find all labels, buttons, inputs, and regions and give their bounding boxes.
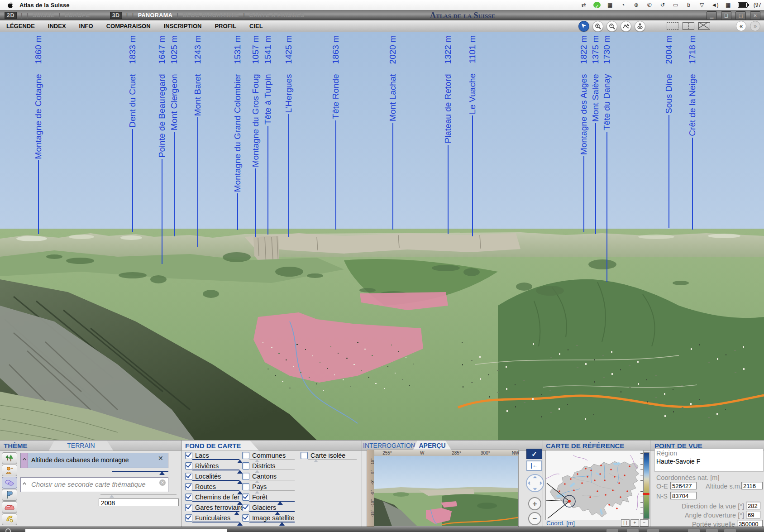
panorama-preview[interactable]: 255°W285°300°NW 10°5°-0°-5°-10°-15°: [367, 450, 519, 527]
slider-thumb[interactable]: [237, 460, 243, 463]
sync-icon[interactable]: ⇄: [580, 0, 587, 10]
menu-item-légende[interactable]: LÉGENDE: [6, 23, 35, 29]
minimize-button[interactable]: ▁: [707, 11, 717, 20]
checkbox[interactable]: [185, 514, 192, 522]
basemap-option-lacs[interactable]: Lacs: [185, 452, 209, 459]
slider-thumb[interactable]: [237, 480, 243, 484]
theme-opacity-slider[interactable]: [112, 471, 168, 475]
checkbox[interactable]: [242, 504, 249, 511]
nav-item-3d[interactable]: 3D: [110, 12, 122, 19]
menu-item-comparaison[interactable]: COMPARAISON: [106, 23, 151, 29]
dashed-frame-icon[interactable]: [667, 22, 678, 30]
menu-item-inscription[interactable]: INSCRIPTION: [164, 23, 202, 29]
checkbox[interactable]: [185, 504, 192, 511]
second-thematic-combo[interactable]: Choisir une seconde carte thématique: [20, 477, 168, 492]
switzerland-map[interactable]: [545, 450, 644, 520]
slider-thumb[interactable]: [314, 460, 318, 462]
accessibility-icon[interactable]: ⊛: [633, 0, 640, 10]
people-icon[interactable]: [2, 465, 17, 476]
range-field[interactable]: 350000: [737, 520, 763, 527]
reset-view-button[interactable]: |←: [526, 460, 542, 471]
statusbar-icon[interactable]: [724, 529, 736, 532]
basemap-option-funiculaires[interactable]: Funiculaires: [185, 514, 230, 522]
basemap-option-chemins-de-fer[interactable]: Chemins de fer: [185, 494, 239, 501]
clock-icon[interactable]: ◔: [620, 0, 627, 10]
apple-menu-icon[interactable]: [7, 2, 13, 9]
slider-thumb[interactable]: [234, 512, 239, 515]
basemap-option-image-satellite[interactable]: Image satellite: [242, 514, 295, 522]
fullscreen-icon[interactable]: [ ]: [621, 519, 630, 527]
zoom-in-box-icon[interactable]: +: [630, 519, 639, 527]
envelope-frame-icon[interactable]: [698, 22, 710, 30]
statusbar-icon[interactable]: [706, 529, 718, 532]
battery-icon[interactable]: [738, 2, 748, 8]
basemap-option-routes[interactable]: Routes: [185, 483, 216, 490]
displays-icon[interactable]: ▦: [606, 0, 614, 10]
basemap-option-carte-isolée[interactable]: Carte isolée: [301, 452, 345, 459]
basemap-option-cantons[interactable]: Cantons: [242, 473, 277, 480]
checkbox[interactable]: [242, 452, 249, 459]
nav-item-europe[interactable]: EUROPE: [65, 12, 90, 19]
nav-item-bloc-diagramme[interactable]: BLOC-DIAGRAMME: [182, 12, 239, 19]
basemap-option-gares-ferroviaires[interactable]: Gares ferroviaires: [185, 504, 247, 511]
tab-terrain[interactable]: TERRAIN: [49, 441, 113, 451]
checkbox[interactable]: [301, 452, 308, 459]
tab-interrogation[interactable]: INTERROGATION: [363, 441, 414, 451]
zoom-in-icon[interactable]: [592, 21, 603, 32]
zoom-in-button[interactable]: +: [528, 497, 541, 510]
wifi-icon[interactable]: ▽: [698, 0, 706, 10]
shield-check-icon[interactable]: ✓: [593, 2, 601, 8]
menu-item-profil[interactable]: PROFIL: [215, 23, 236, 29]
menu-item-ciel[interactable]: CIEL: [249, 23, 263, 29]
checkbox[interactable]: [185, 452, 192, 459]
close-button[interactable]: ✕: [750, 11, 760, 20]
trees-icon[interactable]: [2, 452, 17, 464]
layer-opacity-slider[interactable]: [308, 459, 357, 464]
zoom-out-button[interactable]: −: [528, 512, 541, 525]
combo-chevron-icon[interactable]: [21, 453, 28, 468]
close-theme-icon[interactable]: ✕: [158, 455, 163, 461]
car-icon[interactable]: [2, 501, 17, 513]
checkbox[interactable]: [242, 514, 249, 522]
checkbox[interactable]: [185, 473, 192, 480]
ns-field[interactable]: 83704: [670, 492, 697, 499]
flag-icon[interactable]: [2, 489, 17, 501]
checkbox[interactable]: [242, 473, 249, 480]
nav-item-suisse[interactable]: SUISSE: [33, 12, 55, 19]
altitude-field[interactable]: 2116: [741, 482, 763, 489]
statusbar-icon[interactable]: [688, 529, 700, 532]
statusbar-icon[interactable]: [647, 529, 659, 532]
chevron-left-icon[interactable]: «: [736, 21, 746, 31]
nav-item-carte-a-prismes[interactable]: CARTE A PRISMES: [249, 12, 304, 19]
statusbar-icon[interactable]: [606, 529, 618, 532]
year-field[interactable]: 2008: [99, 498, 179, 506]
checkbox[interactable]: [185, 494, 192, 501]
status-input[interactable]: [25, 529, 227, 532]
time-machine-icon[interactable]: ↺: [659, 0, 666, 10]
direction-field[interactable]: 282: [746, 502, 760, 509]
basemap-option-glaciers[interactable]: Glaciers: [242, 504, 276, 511]
menu-item-info[interactable]: INFO: [79, 23, 93, 29]
angle-field[interactable]: 69: [746, 511, 760, 518]
basemap-option-districts[interactable]: Districts: [242, 462, 276, 470]
slider-thumb[interactable]: [277, 501, 283, 505]
basemap-option-rivières[interactable]: Rivières: [185, 462, 219, 470]
basemap-option-pays[interactable]: Pays: [242, 483, 267, 490]
checkbox[interactable]: [242, 494, 249, 501]
panorama-viewport[interactable]: Montagne de Cotagne1860 mDent du Cruet18…: [0, 32, 764, 440]
layer-opacity-slider[interactable]: [249, 522, 295, 526]
zoom-out-box-icon[interactable]: −: [640, 519, 649, 527]
cursor-icon[interactable]: [578, 21, 589, 32]
basemap-option-localités[interactable]: Localités: [185, 473, 221, 480]
layer-opacity-slider[interactable]: [192, 522, 239, 526]
clear-second-map-icon[interactable]: ✕: [159, 479, 166, 486]
basemap-option-communes[interactable]: Communes: [242, 452, 286, 459]
apply-button[interactable]: ✓: [526, 449, 542, 459]
slider-thumb[interactable]: [279, 522, 285, 526]
handset-icon[interactable]: [2, 513, 17, 525]
keyboard-icon[interactable]: ▦: [725, 0, 732, 10]
basemap-option-forêt[interactable]: Forêt: [242, 494, 267, 501]
checkbox[interactable]: [185, 483, 192, 490]
combo-chevron-icon[interactable]: [21, 478, 28, 492]
pan-terrain-icon[interactable]: [621, 21, 631, 32]
